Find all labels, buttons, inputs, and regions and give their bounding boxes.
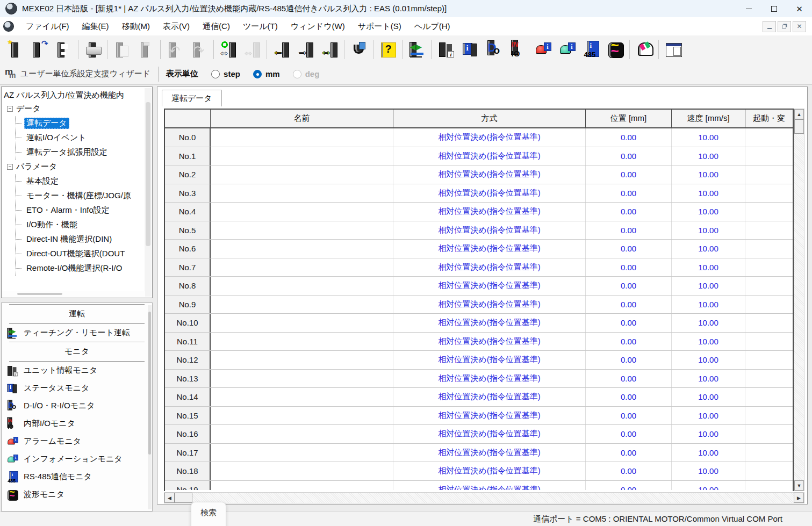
- cell-start_rate[interactable]: [745, 147, 793, 165]
- scroll-left-button[interactable]: ◀: [164, 493, 175, 503]
- cell-position[interactable]: 0.00: [586, 481, 672, 491]
- cell-name[interactable]: [211, 425, 393, 443]
- tree-item[interactable]: 運転データ拡張用設定: [16, 145, 152, 160]
- cell-position[interactable]: 0.00: [586, 184, 672, 203]
- cell-position[interactable]: 0.00: [586, 240, 672, 258]
- cell-start_rate[interactable]: [745, 314, 793, 332]
- cell-method[interactable]: 相対位置決め(指令位置基準): [393, 147, 586, 165]
- cell-position[interactable]: 0.00: [586, 388, 672, 406]
- menu-item-communication[interactable]: 通信(C): [196, 19, 236, 34]
- cell-speed[interactable]: 10.00: [672, 128, 745, 147]
- mdi-restore-button[interactable]: [778, 21, 791, 32]
- cell-name[interactable]: [211, 165, 393, 184]
- cell-name[interactable]: [211, 370, 393, 388]
- menu-item-tools[interactable]: ツール(T): [236, 19, 284, 34]
- cell-method[interactable]: 相対位置決め(指令位置基準): [393, 481, 586, 491]
- vscroll-thumb[interactable]: [794, 119, 804, 134]
- unit-radio-mm[interactable]: mm: [253, 69, 280, 78]
- window-layout-button[interactable]: [661, 37, 685, 62]
- cell-method[interactable]: 相対位置決め(指令位置基準): [393, 240, 586, 258]
- test-gauge-button[interactable]: [632, 37, 656, 62]
- cell-method[interactable]: 相対位置決め(指令位置基準): [393, 165, 586, 184]
- cell-speed[interactable]: 10.00: [672, 333, 745, 351]
- cell-method[interactable]: 相対位置決め(指令位置基準): [393, 462, 586, 480]
- cell-position[interactable]: 0.00: [586, 221, 672, 240]
- cell-name[interactable]: [211, 147, 393, 165]
- cell-start_rate[interactable]: [745, 277, 793, 295]
- cell-speed[interactable]: 10.00: [672, 407, 745, 425]
- tree-item[interactable]: 運転I/Oイベント: [16, 131, 152, 145]
- cell-start_rate[interactable]: [745, 240, 793, 258]
- cell-speed[interactable]: 10.00: [672, 444, 745, 462]
- tree-item[interactable]: Remote-I/O機能選択(R-I/O: [16, 261, 152, 276]
- dio-monitor-button[interactable]: [482, 37, 506, 62]
- cell-name[interactable]: [211, 258, 393, 277]
- cell-speed[interactable]: 10.00: [672, 147, 745, 165]
- cell-position[interactable]: 0.00: [586, 370, 672, 388]
- cell-position[interactable]: 0.00: [586, 425, 672, 443]
- redo-button[interactable]: [187, 37, 211, 62]
- scroll-up-button[interactable]: ▲: [794, 109, 804, 119]
- minimize-button[interactable]: [736, 0, 761, 17]
- cell-method[interactable]: 相対位置決め(指令位置基準): [393, 221, 586, 240]
- cell-speed[interactable]: 10.00: [672, 221, 745, 240]
- cell-method[interactable]: 相対位置決め(指令位置基準): [393, 258, 586, 277]
- cell-method[interactable]: 相対位置決め(指令位置基準): [393, 425, 586, 443]
- cell-speed[interactable]: 10.00: [672, 370, 745, 388]
- cell-position[interactable]: 0.00: [586, 314, 672, 332]
- verify-data-button[interactable]: [318, 37, 342, 62]
- scroll-down-button[interactable]: ▼: [794, 480, 804, 491]
- cell-start_rate[interactable]: [745, 258, 793, 277]
- cell-position[interactable]: 0.00: [586, 165, 672, 184]
- unit-radio-deg[interactable]: deg: [293, 69, 320, 78]
- cell-speed[interactable]: 10.00: [672, 462, 745, 480]
- unit-info-monitor-button[interactable]: [434, 37, 458, 62]
- menu-item-file[interactable]: ファイル(F): [19, 19, 76, 34]
- cell-name[interactable]: [211, 462, 393, 480]
- cell-speed[interactable]: 10.00: [672, 388, 745, 406]
- cell-position[interactable]: 0.00: [586, 147, 672, 165]
- close-button[interactable]: ✕: [787, 0, 812, 17]
- sidebar-item-waveform-monitor[interactable]: 波形モニタ: [2, 486, 152, 503]
- sidebar-item-internal-io-monitor[interactable]: 内部I/Oモニタ: [2, 415, 152, 433]
- cell-method[interactable]: 相対位置決め(指令位置基準): [393, 203, 586, 221]
- cell-method[interactable]: 相対位置決め(指令位置基準): [393, 351, 586, 369]
- teaching-remote-button[interactable]: [405, 37, 429, 62]
- cell-start_rate[interactable]: [745, 203, 793, 221]
- cell-start_rate[interactable]: [745, 296, 793, 314]
- cell-name[interactable]: [211, 240, 393, 258]
- cell-name[interactable]: [211, 221, 393, 240]
- cell-speed[interactable]: 10.00: [672, 425, 745, 443]
- cell-start_rate[interactable]: [745, 333, 793, 351]
- sidebar-item-information-monitor[interactable]: インフォメーションモニタ: [2, 450, 152, 468]
- tree-item[interactable]: ETO・Alarm・Info設定: [16, 203, 152, 218]
- undo-button[interactable]: [163, 37, 187, 62]
- cell-start_rate[interactable]: [745, 388, 793, 406]
- tree-item[interactable]: I/O動作・機能: [16, 218, 152, 232]
- internal-io-monitor-button[interactable]: [506, 37, 530, 62]
- tree-vscroll-thumb[interactable]: [146, 102, 150, 246]
- cell-speed[interactable]: 10.00: [672, 165, 745, 184]
- cell-start_rate[interactable]: [745, 165, 793, 184]
- tab-operation-data[interactable]: 運転データ: [162, 90, 222, 106]
- cell-method[interactable]: 相対位置決め(指令位置基準): [393, 333, 586, 351]
- sidebar-scroll-thumb[interactable]: [148, 312, 151, 455]
- hscroll-thumb[interactable]: [175, 493, 192, 503]
- sidebar-item-status-monitor[interactable]: ステータスモニタ: [2, 379, 152, 397]
- tree-group-0[interactable]: データ: [7, 102, 152, 116]
- rs485-monitor-button[interactable]: [579, 37, 603, 62]
- cell-name[interactable]: [211, 128, 393, 147]
- status-monitor-button[interactable]: [458, 37, 482, 62]
- cell-method[interactable]: 相対位置決め(指令位置基準): [393, 314, 586, 332]
- cell-name[interactable]: [211, 296, 393, 314]
- cell-speed[interactable]: 10.00: [672, 351, 745, 369]
- cell-method[interactable]: 相対位置決め(指令位置基準): [393, 407, 586, 425]
- com-port-button[interactable]: [347, 37, 371, 62]
- unit-radio-step[interactable]: step: [211, 69, 240, 78]
- cell-method[interactable]: 相対位置決め(指令位置基準): [393, 388, 586, 406]
- collapse-icon[interactable]: [7, 106, 13, 112]
- menu-item-window[interactable]: ウィンドウ(W): [284, 19, 351, 34]
- write-data-button[interactable]: [293, 37, 318, 62]
- cell-name[interactable]: [211, 184, 393, 203]
- tree-item[interactable]: Direct-IN 機能選択(DIN): [16, 232, 152, 247]
